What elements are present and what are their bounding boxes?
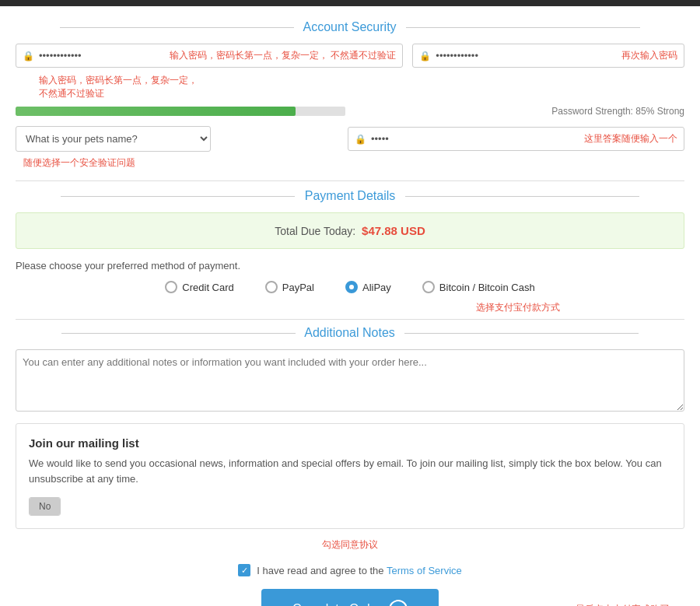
- total-label: Total Due Today:: [275, 225, 355, 237]
- question-annotation: 随便选择一个安全验证问题: [16, 156, 684, 170]
- payment-annotation: 选择支付宝付款方式: [16, 301, 684, 314]
- lock-icon-2: 🔒: [419, 51, 431, 61]
- complete-order-button[interactable]: Complete Order ➜: [261, 589, 439, 606]
- terms-checkbox[interactable]: ✓: [238, 564, 250, 576]
- security-payment-divider: [16, 180, 684, 181]
- total-amount: $47.88 USD: [362, 224, 425, 237]
- complete-order-row: Complete Order ➜ 最后点击支付完成购买: [16, 589, 684, 606]
- payment-notes-divider: [16, 319, 684, 320]
- account-security-title: Account Security: [16, 20, 684, 34]
- strength-bar-fill: [16, 107, 296, 116]
- answer-annotation: 这里答案随便输入一个: [584, 132, 677, 145]
- password2-annotation: 再次输入密码: [621, 49, 677, 62]
- mailing-toggle[interactable]: No: [29, 497, 61, 516]
- checkmark-icon: ✓: [241, 566, 248, 576]
- payment-details-title: Payment Details: [16, 189, 684, 203]
- security-question-row: What is your pets name? What is your mot…: [16, 126, 684, 152]
- password2-input[interactable]: [436, 50, 617, 61]
- terms-row: ✓ I have read and agree to the Terms of …: [16, 564, 684, 576]
- top-bar: [0, 0, 700, 6]
- payment-options: Credit Card PayPal AliPay Bitcoin / Bitc…: [16, 281, 684, 293]
- toggle-no-label[interactable]: No: [30, 498, 60, 515]
- password1-field[interactable]: 🔒 输入密码，密码长第一点，复杂一定， 不然通不过验证: [16, 44, 403, 68]
- security-answer-field[interactable]: 🔒 这里答案随便输入一个: [348, 127, 684, 151]
- payment-alipay[interactable]: AliPay: [345, 281, 391, 293]
- security-question-select[interactable]: What is your pets name? What is your mot…: [16, 126, 211, 152]
- payment-paypal[interactable]: PayPal: [265, 281, 314, 293]
- additional-notes-title: Additional Notes: [16, 326, 684, 340]
- additional-notes-textarea[interactable]: [16, 349, 684, 412]
- alipay-radio[interactable]: [345, 281, 358, 293]
- payment-bitcoin[interactable]: Bitcoin / Bitcoin Cash: [422, 281, 535, 293]
- credit-card-radio[interactable]: [165, 281, 177, 293]
- lock-icon-3: 🔒: [355, 134, 366, 145]
- complete-order-arrow-icon: ➜: [389, 600, 408, 606]
- password1-input[interactable]: [39, 50, 170, 61]
- strength-row: Password Strength: 85% Strong: [16, 105, 684, 117]
- paypal-radio[interactable]: [265, 281, 278, 293]
- password1-annotation: 输入密码，密码长第一点，复杂一定， 不然通不过验证: [170, 49, 396, 62]
- password2-field[interactable]: 🔒 再次输入密码: [412, 44, 684, 68]
- lock-icon-1: 🔒: [23, 51, 34, 61]
- strength-bar-container: [16, 107, 345, 116]
- terms-annotation: 勾选同意协议: [16, 538, 684, 552]
- payment-method-label: Please choose your preferred method of p…: [16, 260, 684, 271]
- credit-card-label: Credit Card: [182, 282, 233, 293]
- bitcoin-radio[interactable]: [422, 281, 435, 293]
- total-bar: Total Due Today: $47.88 USD: [16, 212, 684, 249]
- complete-order-label: Complete Order: [292, 602, 381, 606]
- mailing-list-box: Join our mailing list We would like to s…: [16, 423, 684, 529]
- bitcoin-label: Bitcoin / Bitcoin Cash: [439, 282, 535, 293]
- payment-credit-card[interactable]: Credit Card: [165, 281, 233, 293]
- password-annotation-row: 输入密码，密码长第一点，复杂一定，不然通不过验证: [16, 74, 684, 100]
- security-answer-input[interactable]: [371, 133, 579, 145]
- terms-text: I have read and agree to the Terms of Se…: [257, 565, 462, 576]
- terms-of-service-link[interactable]: Terms of Service: [387, 565, 462, 576]
- password1-hint: 输入密码，密码长第一点，复杂一定，不然通不过验证: [16, 74, 357, 100]
- alipay-label: AliPay: [362, 282, 391, 293]
- mailing-list-title: Join our mailing list: [29, 436, 671, 450]
- complete-order-annotation: 最后点击支付完成购买: [576, 603, 669, 607]
- password2-spacer: [366, 74, 684, 100]
- password-row: 🔒 输入密码，密码长第一点，复杂一定， 不然通不过验证 🔒 再次输入密码: [16, 44, 684, 68]
- mailing-list-description: We would like to send you occasional new…: [29, 456, 671, 486]
- strength-label: Password Strength: 85% Strong: [551, 106, 684, 117]
- paypal-label: PayPal: [282, 282, 314, 293]
